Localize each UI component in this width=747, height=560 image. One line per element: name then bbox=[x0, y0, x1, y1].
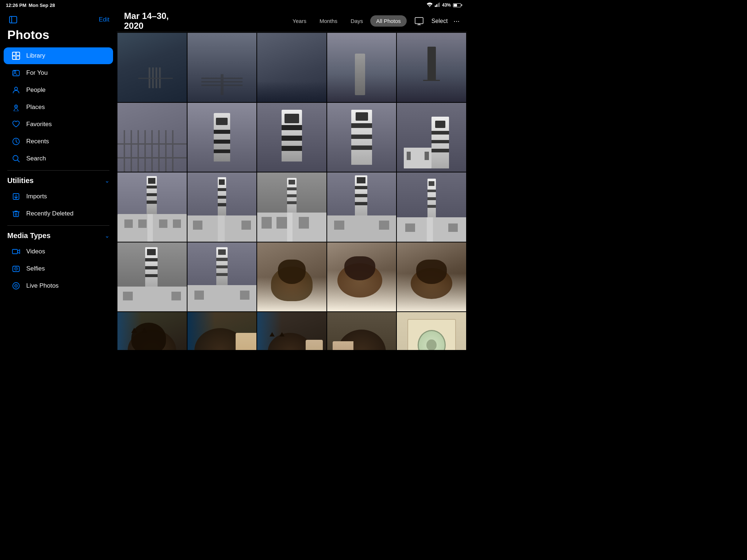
svg-point-26 bbox=[16, 285, 17, 287]
grid-row-1 bbox=[117, 33, 466, 102]
sidebar-item-live-photos[interactable]: Live Photos bbox=[4, 277, 113, 294]
sidebar-label-favorites: Favorites bbox=[26, 121, 52, 128]
photo-cell[interactable] bbox=[187, 172, 257, 242]
photo-cell[interactable] bbox=[257, 242, 326, 312]
sidebar-item-for-you[interactable]: For You bbox=[4, 65, 113, 81]
media-types-chevron[interactable]: ⌄ bbox=[105, 232, 109, 239]
sidebar-item-videos[interactable]: Videos bbox=[4, 243, 113, 260]
app-title: Photos bbox=[0, 26, 117, 46]
utilities-nav: Imports Recently Deleted bbox=[0, 186, 117, 224]
sidebar-item-search[interactable]: Search bbox=[4, 150, 113, 167]
selfies-icon bbox=[11, 264, 21, 274]
time: 12:26 PM bbox=[6, 3, 26, 8]
photo-cell[interactable] bbox=[397, 33, 466, 102]
wifi-icon bbox=[427, 3, 433, 8]
svg-point-12 bbox=[14, 71, 16, 73]
grid-row-3 bbox=[117, 172, 466, 242]
photo-cell[interactable] bbox=[117, 172, 187, 242]
content-header: Mar 14–30, 2020 Years Months Days All Ph… bbox=[117, 10, 467, 32]
battery-indicator bbox=[453, 3, 461, 7]
grid-row-2 bbox=[117, 103, 466, 172]
favorites-icon bbox=[11, 119, 21, 129]
media-types-title: Media Types bbox=[7, 232, 51, 240]
photo-cell[interactable] bbox=[327, 312, 396, 350]
search-icon bbox=[11, 153, 21, 164]
sidebar-label-library: Library bbox=[26, 52, 45, 59]
sidebar-label-videos: Videos bbox=[26, 248, 45, 255]
svg-point-23 bbox=[16, 268, 17, 269]
svg-rect-2 bbox=[438, 3, 439, 7]
sidebar-item-places[interactable]: Places bbox=[4, 99, 113, 116]
tab-days[interactable]: Days bbox=[345, 15, 369, 27]
utilities-chevron[interactable]: ⌄ bbox=[105, 177, 109, 184]
photo-cell[interactable] bbox=[117, 103, 187, 172]
sidebar-item-selfies[interactable]: Selfies bbox=[4, 260, 113, 277]
sidebar-label-recently-deleted: Recently Deleted bbox=[26, 210, 73, 217]
status-bar-left: 12:26 PM Mon Sep 28 bbox=[6, 3, 55, 8]
svg-point-13 bbox=[15, 87, 18, 90]
nav-section-main: Library For You bbox=[0, 46, 117, 169]
signal-icon bbox=[435, 3, 440, 8]
edit-button[interactable]: Edit bbox=[99, 16, 109, 23]
photo-cell[interactable] bbox=[117, 242, 187, 312]
svg-rect-19 bbox=[13, 212, 19, 217]
photo-cell[interactable] bbox=[187, 242, 257, 312]
sidebar-toggle-button[interactable] bbox=[7, 14, 19, 26]
status-bar: 12:26 PM Mon Sep 28 43% bbox=[0, 0, 467, 10]
media-types-nav: Videos Selfies bbox=[0, 241, 117, 296]
sidebar-label-people: People bbox=[26, 86, 46, 94]
grid-row-4 bbox=[117, 242, 466, 312]
svg-rect-0 bbox=[435, 5, 436, 7]
divider-2 bbox=[7, 225, 109, 226]
sidebar-label-imports: Imports bbox=[26, 193, 47, 200]
screen-mode-icon[interactable] bbox=[413, 15, 426, 28]
tab-months[interactable]: Months bbox=[314, 15, 343, 27]
sidebar-item-imports[interactable]: Imports bbox=[4, 188, 113, 205]
photo-cell[interactable] bbox=[327, 242, 396, 312]
recently-deleted-icon bbox=[11, 209, 21, 219]
sidebar-label-places: Places bbox=[26, 104, 45, 111]
people-icon bbox=[11, 85, 21, 95]
main-layout: Edit Photos Library bbox=[0, 10, 467, 350]
sidebar-item-recents[interactable]: Recents bbox=[4, 133, 113, 150]
sidebar-label-recents: Recents bbox=[26, 138, 49, 145]
photo-cell[interactable] bbox=[397, 242, 466, 312]
more-options-button[interactable]: ··· bbox=[453, 17, 460, 25]
view-tabs: Years Months Days All Photos bbox=[287, 15, 407, 27]
select-button[interactable]: Select bbox=[431, 18, 448, 24]
sidebar-label-live-photos: Live Photos bbox=[26, 282, 59, 289]
photo-cell[interactable] bbox=[327, 33, 396, 102]
photo-cell[interactable] bbox=[187, 312, 257, 350]
photo-cell[interactable] bbox=[187, 103, 257, 172]
sidebar-label-for-you: For You bbox=[26, 69, 48, 77]
date: Mon Sep 28 bbox=[28, 3, 55, 8]
tab-all-photos[interactable]: All Photos bbox=[370, 15, 407, 27]
sidebar-item-library[interactable]: Library bbox=[4, 47, 113, 64]
photo-cell[interactable] bbox=[257, 33, 326, 102]
photo-cell[interactable] bbox=[117, 33, 187, 102]
tab-years[interactable]: Years bbox=[287, 15, 312, 27]
svg-rect-27 bbox=[415, 18, 423, 24]
svg-rect-6 bbox=[12, 52, 20, 59]
sidebar-label-selfies: Selfies bbox=[26, 265, 45, 272]
photo-cell[interactable] bbox=[257, 103, 326, 172]
sidebar-item-favorites[interactable]: Favorites bbox=[4, 116, 113, 133]
photo-cell[interactable] bbox=[257, 312, 326, 350]
svg-rect-11 bbox=[13, 70, 19, 76]
sidebar-label-search: Search bbox=[26, 155, 46, 162]
videos-icon bbox=[11, 246, 21, 257]
media-types-section-header: Media Types ⌄ bbox=[0, 227, 117, 241]
sidebar-item-recently-deleted[interactable]: Recently Deleted bbox=[4, 205, 113, 222]
photo-cell[interactable] bbox=[397, 103, 466, 172]
photo-cell[interactable] bbox=[397, 312, 466, 350]
battery-percent: 43% bbox=[442, 3, 451, 8]
sidebar-item-people[interactable]: People bbox=[4, 82, 113, 98]
divider-1 bbox=[7, 170, 109, 171]
photo-cell[interactable] bbox=[257, 172, 326, 242]
photo-cell[interactable] bbox=[327, 103, 396, 172]
photo-cell[interactable] bbox=[187, 33, 257, 102]
utilities-section-header: Utilities ⌄ bbox=[0, 172, 117, 186]
photo-cell[interactable] bbox=[327, 172, 396, 242]
photo-cell[interactable] bbox=[117, 312, 187, 350]
photo-cell[interactable] bbox=[397, 172, 466, 242]
